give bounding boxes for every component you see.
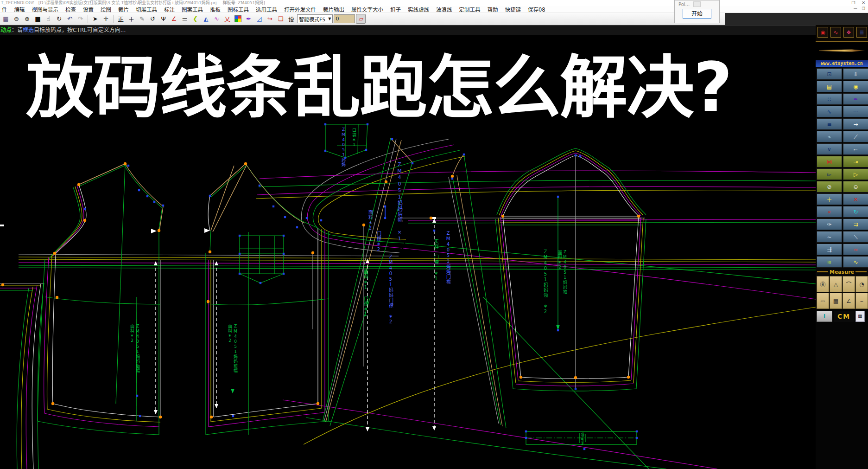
tool-step-move-icon[interactable]: ⇉: [843, 218, 868, 230]
rotate-view-icon[interactable]: ↻: [54, 14, 64, 24]
tool-nested-frame-icon[interactable]: ⊡: [817, 68, 842, 80]
pin-tool-icon[interactable]: ✒: [244, 14, 253, 24]
tool-xy-points-icon[interactable]: ∷: [817, 93, 842, 105]
tool-size-table-icon[interactable]: ▤: [817, 81, 842, 92]
tool-v-lines-icon[interactable]: ∨: [817, 143, 842, 155]
menu-item-17[interactable]: 实线虚线: [408, 6, 429, 13]
undo-icon[interactable]: ↶: [65, 14, 75, 24]
tool-multi-wave-icon[interactable]: ≋: [817, 256, 842, 268]
maximize-icon[interactable]: ❐: [851, 0, 855, 6]
move-point-icon[interactable]: ✛: [101, 14, 111, 24]
menu-item-5[interactable]: 绘图: [101, 6, 111, 13]
figure-tool-icon[interactable]: 乂: [222, 14, 232, 24]
rule-icon[interactable]: 正: [116, 14, 126, 24]
tool-rotate-arrows-icon[interactable]: ↻: [843, 206, 868, 218]
tool-zigzag-measure-icon[interactable]: ⋈: [817, 156, 842, 167]
tool-fur-line-icon[interactable]: ≈: [843, 244, 868, 255]
curve-pair-icon[interactable]: ∿: [212, 14, 222, 24]
tool-dot-line-icon[interactable]: ⋯: [843, 106, 868, 117]
layers-icon[interactable]: ≣: [856, 27, 867, 38]
menu-item-3[interactable]: 检查: [65, 6, 76, 13]
tool-color-curves-icon[interactable]: ∿: [843, 256, 868, 268]
color-grid-icon[interactable]: [233, 14, 243, 24]
tool-wave-curve-icon[interactable]: ∿: [817, 106, 842, 117]
tool-piece-transfer-icon[interactable]: ⇥: [843, 156, 868, 167]
pan-hand-icon[interactable]: ☝: [44, 14, 53, 24]
menu-item-11[interactable]: 图标工具: [228, 6, 249, 13]
grid-hand-icon[interactable]: ❏: [276, 14, 285, 24]
pencil-off-icon[interactable]: ✎: [137, 14, 147, 24]
tool-double-rails-icon[interactable]: ⇶: [817, 244, 842, 255]
tool-split-arrows-icon[interactable]: «: [817, 206, 842, 218]
close-icon[interactable]: ✕: [862, 0, 865, 6]
rotate-piece-icon[interactable]: ↺: [148, 14, 158, 24]
menu-item-4[interactable]: 设置: [83, 6, 94, 13]
tool-smooth-curve-icon[interactable]: ∼: [817, 231, 842, 243]
menu-item-1[interactable]: 编辑: [14, 6, 25, 13]
points-icon[interactable]: ❖: [843, 27, 854, 38]
tool-corner-mark-icon[interactable]: ⌐: [843, 143, 868, 155]
hook-arrow-icon[interactable]: ↪: [265, 14, 275, 24]
tool-arrow-extend-icon[interactable]: →: [843, 118, 868, 130]
measure-flat-icon[interactable]: ⎓: [817, 293, 829, 309]
tool-parallel-lines-icon[interactable]: ≡: [817, 118, 842, 130]
menu-item-20[interactable]: 帮助: [488, 6, 498, 13]
tool-line-adjust-icon[interactable]: ⟍: [843, 231, 868, 243]
measure-angle-icon[interactable]: ∠: [843, 293, 855, 309]
menu-item-6[interactable]: 裁片: [118, 6, 129, 13]
menu-item-9[interactable]: 图案工具: [182, 6, 203, 13]
check-curve-icon[interactable]: ❮: [190, 14, 200, 24]
settings-char-icon[interactable]: 设: [286, 14, 296, 24]
angle-line-icon[interactable]: ∠: [169, 14, 179, 24]
value-input[interactable]: 0: [334, 14, 355, 23]
zoom-in-icon[interactable]: ⊕: [22, 14, 32, 24]
menu-item-16[interactable]: 扣子: [390, 6, 401, 13]
mdi-minimize-icon[interactable]: —: [854, 6, 857, 11]
measure-calc-icon[interactable]: ▦: [830, 293, 842, 309]
trouser-tool-icon[interactable]: Ψ: [158, 14, 168, 24]
lasso-tool-icon[interactable]: ◿: [254, 14, 264, 24]
menu-item-0[interactable]: 件: [2, 6, 7, 13]
menu-item-2[interactable]: 视图与显示: [32, 6, 59, 13]
tool-delete-node-icon[interactable]: ✕: [843, 193, 868, 205]
measure-circle-icon[interactable]: ◔: [855, 276, 868, 292]
add-point-icon[interactable]: ＋: [127, 14, 136, 24]
hatch-triangle-icon[interactable]: ◭: [201, 14, 211, 24]
tool-piece-match-icon[interactable]: ▷: [843, 168, 868, 180]
tool-trace-curve-icon[interactable]: ✑: [817, 218, 842, 230]
mode-select[interactable]: 智能模式F5▼: [297, 14, 333, 23]
menu-item-14[interactable]: 裁片输出: [323, 6, 344, 13]
tool-press-down-icon[interactable]: ⇩: [843, 68, 868, 80]
fit-screen-icon[interactable]: ▆: [33, 14, 43, 24]
menu-item-15[interactable]: 属性文字大小: [351, 6, 383, 13]
menu-item-19[interactable]: 定制工具: [459, 6, 481, 13]
ruler-mini-icon[interactable]: ▱: [356, 14, 366, 24]
menu-item-13[interactable]: 打开外发文件: [284, 6, 316, 13]
start-button[interactable]: 开始: [683, 9, 711, 19]
curve-icon[interactable]: ∿: [830, 27, 841, 38]
menu-item-10[interactable]: 推板: [210, 6, 221, 13]
tool-add-node-icon[interactable]: ＋: [817, 193, 842, 205]
tool-search-g-icon[interactable]: ⊖: [843, 181, 868, 193]
tool-curve-cut-icon[interactable]: ⌁: [817, 131, 842, 142]
parallel-line-icon[interactable]: ＝: [180, 14, 190, 24]
redo-icon[interactable]: ↷: [76, 14, 85, 24]
select-cursor-icon[interactable]: ➤: [90, 14, 100, 24]
tool-search-x-icon[interactable]: ⊘: [817, 181, 842, 193]
target-icon[interactable]: ◉: [817, 27, 828, 38]
menu-item-22[interactable]: 保存08: [528, 6, 545, 13]
menu-item-18[interactable]: 波浪线: [436, 6, 452, 13]
calculator-icon[interactable]: ▦: [855, 311, 865, 322]
measure-curve-icon[interactable]: ⌒: [843, 276, 855, 292]
mdi-restore-icon[interactable]: ❐: [862, 6, 865, 11]
save-icon[interactable]: ▦: [1, 14, 11, 24]
measure-tape-icon[interactable]: Ⓡ: [817, 276, 829, 292]
tool-piece-notch-icon[interactable]: ◉: [843, 81, 868, 92]
minimize-icon[interactable]: —: [841, 0, 845, 6]
menu-item-12[interactable]: 选用工具: [256, 6, 277, 13]
menu-item-21[interactable]: 快捷键: [505, 6, 521, 13]
zoom-out-icon[interactable]: ⊖: [12, 14, 21, 24]
menu-item-8[interactable]: 标注: [164, 6, 175, 13]
measure-triangle-icon[interactable]: △: [830, 276, 842, 292]
tool-point-slide-icon[interactable]: ⟋: [843, 131, 868, 142]
